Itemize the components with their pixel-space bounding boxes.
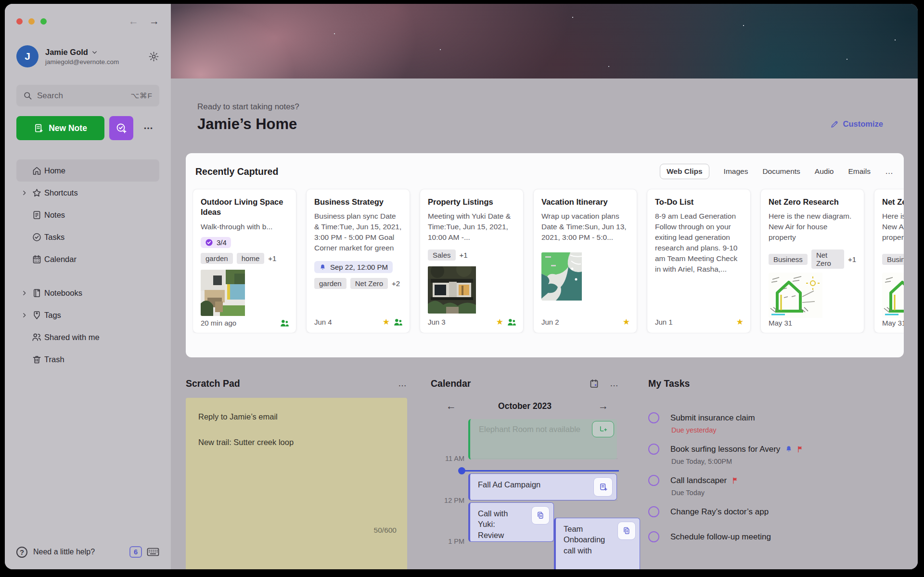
- new-note-button[interactable]: New Note: [16, 116, 104, 140]
- keyboard-shortcuts-icon[interactable]: [147, 547, 159, 557]
- task-title[interactable]: Change Ray’s doctor’s app: [670, 507, 769, 517]
- calendar-schedule[interactable]: 11 AM 12 PM 1 PM Elephant Room not avail…: [431, 418, 619, 569]
- next-month-button[interactable]: →: [598, 400, 608, 412]
- sidebar-item-trash[interactable]: Trash: [16, 348, 159, 370]
- task-row: Call landscaper Due Today: [648, 475, 851, 497]
- task-checkbox[interactable]: [648, 412, 659, 423]
- copy-event-button[interactable]: [531, 506, 550, 525]
- note-card[interactable]: Net Zero Research Here is the new diagra…: [874, 189, 904, 333]
- chevron-right-icon[interactable]: [19, 312, 29, 318]
- card-snippet: 8-9 am Lead Generation Follow through on…: [655, 211, 743, 275]
- tab-images[interactable]: Images: [724, 167, 748, 176]
- task-row: Schedule follow-up meeting: [648, 531, 851, 542]
- sidebar-item-label: Notes: [44, 210, 65, 220]
- people-icon: [29, 332, 44, 342]
- tab-emails[interactable]: Emails: [848, 167, 871, 176]
- task-due-date: Due Today: [671, 489, 851, 497]
- sidebar-item-shortcuts[interactable]: Shortcuts: [16, 182, 159, 204]
- tab-web-clips[interactable]: Web Clips: [660, 164, 709, 179]
- calendar-event-team-onboarding[interactable]: Team Onboarding call with: [554, 518, 640, 569]
- notebook-icon: [29, 288, 44, 298]
- settings-gear-icon[interactable]: [148, 51, 159, 62]
- notification-count-badge[interactable]: 6: [129, 546, 142, 558]
- task-checkbox[interactable]: [648, 444, 659, 455]
- tag-pill[interactable]: garden: [201, 253, 233, 264]
- calendar-more-button[interactable]: …: [610, 379, 619, 389]
- sidebar-item-shared-with-me[interactable]: Shared with me: [16, 326, 159, 348]
- chevron-right-icon[interactable]: [19, 190, 29, 196]
- sidebar-item-tags[interactable]: Tags: [16, 304, 159, 326]
- close-window-button[interactable]: [16, 18, 23, 25]
- sidebar-item-home[interactable]: Home: [16, 159, 159, 182]
- customize-button[interactable]: Customize: [830, 119, 883, 129]
- create-note-from-event-button[interactable]: [592, 421, 614, 437]
- tag-pill[interactable]: Sales: [428, 249, 456, 261]
- card-title: Vacation Itinerary: [541, 197, 629, 207]
- chevron-right-icon[interactable]: [19, 290, 29, 296]
- card-title: Outdoor Living Space Ideas: [201, 197, 288, 218]
- sidebar-item-label: Shortcuts: [44, 188, 78, 197]
- tags-more-count: +1: [268, 254, 276, 262]
- calendar-event-busy[interactable]: Elephant Room not available: [468, 419, 617, 459]
- note-card[interactable]: To-Do List 8-9 am Lead Generation Follow…: [647, 189, 751, 333]
- sidebar-item-calendar[interactable]: Calendar: [16, 248, 159, 270]
- note-actions-more-button[interactable]: •••: [138, 125, 159, 132]
- recently-captured-title: Recently Captured: [195, 166, 278, 177]
- sidebar-item-tasks[interactable]: Tasks: [16, 226, 159, 248]
- zoom-window-button[interactable]: [40, 18, 47, 25]
- recently-captured-panel: Recently Captured Web Clips Images Docum…: [186, 153, 904, 357]
- priority-flag-icon: [732, 476, 739, 485]
- navigate-back-button[interactable]: ←: [128, 15, 139, 27]
- sidebar-item-notebooks[interactable]: Notebooks: [16, 282, 159, 304]
- minimize-window-button[interactable]: [28, 18, 35, 25]
- tag-pill[interactable]: Business: [882, 254, 904, 265]
- help-icon[interactable]: ?: [16, 547, 27, 558]
- main-content: Ready to start taking notes? Jamie’s Hom…: [171, 4, 918, 569]
- note-card[interactable]: Property Listings Meeting with Yuki Date…: [420, 189, 524, 333]
- note-card[interactable]: Business Strategy Business plan sync Dat…: [306, 189, 410, 333]
- calendar-event-fall-ad-campaign[interactable]: Fall Ad Campaign: [468, 473, 617, 500]
- help-label[interactable]: Need a little help?: [33, 548, 95, 556]
- task-title[interactable]: Submit insurance claim: [670, 413, 755, 423]
- card-title: Property Listings: [428, 197, 515, 207]
- create-note-from-event-button[interactable]: [593, 477, 613, 497]
- search-shortcut: ⌥⌘F: [130, 92, 153, 100]
- task-checkbox[interactable]: [648, 506, 659, 517]
- note-card[interactable]: Net Zero Research Here is the new diagra…: [760, 189, 864, 333]
- scratch-pad-line: Reply to Jamie’s email: [198, 411, 395, 422]
- task-checkbox[interactable]: [648, 531, 659, 542]
- navigate-forward-button[interactable]: →: [149, 15, 159, 27]
- task-title[interactable]: Schedule follow-up meeting: [670, 532, 771, 542]
- sidebar: ← → J Jamie Gold jamiegold@evernote.com: [5, 4, 171, 569]
- calendar-today-icon[interactable]: [589, 379, 599, 389]
- copy-event-button[interactable]: [617, 522, 636, 540]
- capture-filter-tabs: Web Clips Images Documents Audio Emails …: [660, 164, 893, 179]
- sidebar-item-notes[interactable]: Notes: [16, 204, 159, 226]
- tag-pill[interactable]: Business: [769, 254, 808, 265]
- note-card[interactable]: Vacation Itinerary Wrap up vacation plan…: [533, 189, 637, 333]
- card-date: 20 min ago: [201, 319, 236, 327]
- bell-icon: [319, 263, 326, 271]
- card-snippet: Walk-through with b...: [201, 222, 288, 232]
- scratch-pad-note[interactable]: Reply to Jamie’s email New trail: Sutter…: [186, 398, 407, 569]
- task-checkbox[interactable]: [648, 475, 659, 486]
- tabs-more-button[interactable]: …: [885, 167, 893, 176]
- task-title[interactable]: Book surfing lessons for Avery: [670, 445, 780, 454]
- tag-pill[interactable]: Net Zero: [811, 249, 844, 269]
- new-task-button[interactable]: [109, 116, 133, 140]
- search-input[interactable]: Search ⌥⌘F: [16, 85, 159, 106]
- tag-pill[interactable]: home: [237, 253, 265, 264]
- scratch-pad-more-button[interactable]: …: [398, 379, 407, 389]
- tab-documents[interactable]: Documents: [762, 167, 800, 176]
- calendar-event-call-with-yuki[interactable]: Call with Yuki: Review: [468, 502, 554, 542]
- note-card[interactable]: Outdoor Living Space Ideas Walk-through …: [192, 189, 296, 333]
- starred-icon: ★: [496, 317, 503, 327]
- tab-audio[interactable]: Audio: [815, 167, 834, 176]
- task-title[interactable]: Call landscaper: [670, 476, 727, 485]
- tag-pill[interactable]: Net Zero: [350, 278, 388, 289]
- tag-pill[interactable]: garden: [314, 278, 346, 289]
- previous-month-button[interactable]: ←: [446, 400, 456, 412]
- account-switcher[interactable]: J Jamie Gold jamiegold@evernote.com: [16, 45, 159, 67]
- event-title: Team Onboarding call with: [564, 524, 608, 556]
- sidebar-item-label: Trash: [44, 355, 64, 364]
